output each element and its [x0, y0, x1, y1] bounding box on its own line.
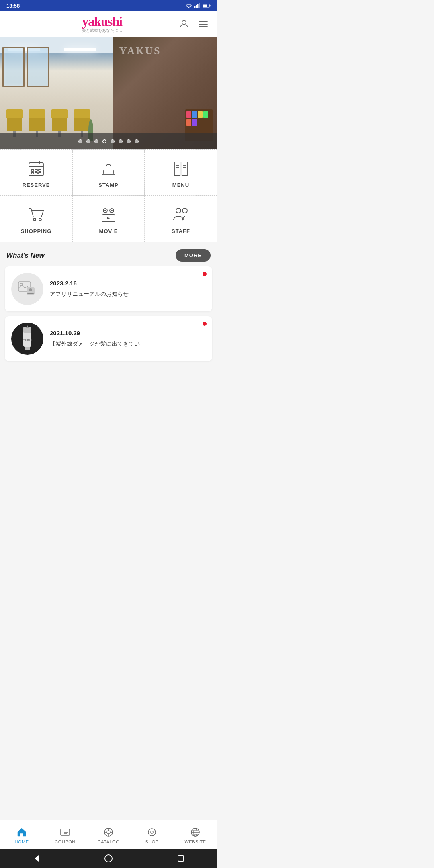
svg-point-28	[39, 218, 41, 221]
svg-point-39	[29, 288, 32, 291]
news-unread-dot-2	[203, 322, 207, 326]
image-placeholder-icon	[18, 281, 37, 297]
svg-rect-16	[35, 169, 37, 171]
wifi-icon	[186, 3, 192, 8]
news-thumb-2: milmon	[11, 323, 43, 355]
dot-1[interactable]	[78, 139, 82, 143]
cart-icon	[27, 205, 46, 224]
staff-icon	[171, 205, 190, 224]
dot-2[interactable]	[86, 139, 90, 143]
svg-rect-44	[25, 347, 30, 350]
stamp-icon	[99, 159, 118, 178]
news-content-2: 2021.10.29 【紫外線ダメ―ジが髪に出てきてい	[50, 330, 206, 348]
svg-point-35	[182, 208, 187, 213]
news-content-1: 2023.2.16 アプリリニューアルのお知らせ	[50, 280, 206, 298]
menu-icon[interactable]	[198, 18, 209, 30]
book-icon	[171, 159, 190, 178]
news-thumb-1	[11, 273, 43, 305]
calendar-icon	[27, 159, 46, 178]
grid-item-movie[interactable]: MOVIE	[72, 196, 145, 242]
svg-rect-2	[197, 4, 199, 8]
profile-icon[interactable]	[178, 18, 190, 30]
news-text-2: 【紫外線ダメ―ジが髪に出てきてい	[50, 340, 206, 348]
grid-item-reserve[interactable]: RESERVE	[0, 149, 72, 196]
svg-rect-20	[39, 172, 41, 174]
dot-6[interactable]	[119, 139, 123, 143]
svg-point-27	[33, 218, 36, 221]
news-list: 2023.2.16 アプリリニューアルのお知らせ milmon 2021.10.…	[0, 266, 217, 366]
news-text-1: アプリリニューアルのお知らせ	[50, 290, 206, 298]
grid-menu: RESERVE STAMP MENU SHOPPING	[0, 149, 217, 242]
product-icon: milmon	[17, 325, 37, 353]
svg-rect-17	[39, 169, 41, 171]
status-icons	[186, 3, 211, 8]
svg-rect-18	[31, 172, 34, 174]
time-display: 13:58	[6, 3, 20, 9]
logo-container: yakushi 美と感動をあなたに…	[82, 15, 122, 33]
battery-icon	[203, 4, 211, 8]
dot-8[interactable]	[135, 139, 139, 143]
svg-text:milmon: milmon	[23, 338, 32, 341]
news-date-2: 2021.10.29	[50, 330, 206, 336]
hero-slider[interactable]: YAKUS	[0, 37, 217, 149]
news-date-1: 2023.2.16	[50, 280, 206, 287]
news-card-1[interactable]: 2023.2.16 アプリリニューアルのお知らせ	[5, 266, 212, 311]
news-unread-dot-1	[203, 272, 207, 276]
grid-label-movie: MOVIE	[99, 228, 118, 234]
grid-item-shopping[interactable]: SHOPPING	[0, 196, 72, 242]
movie-icon	[99, 205, 118, 224]
dot-5[interactable]	[111, 139, 115, 143]
header-icons	[178, 18, 209, 30]
status-bar: 13:58	[0, 0, 217, 11]
grid-item-stamp[interactable]: STAMP	[72, 149, 145, 196]
svg-rect-5	[210, 5, 211, 6]
svg-point-34	[176, 208, 181, 213]
grid-label-shopping: SHOPPING	[21, 228, 52, 234]
whats-new-header: What's New MORE	[0, 242, 217, 266]
svg-rect-19	[35, 172, 37, 174]
signal-icon	[194, 3, 200, 8]
svg-rect-6	[203, 4, 207, 7]
svg-rect-1	[196, 5, 197, 8]
grid-label-stamp: STAMP	[98, 182, 119, 188]
svg-point-32	[104, 210, 106, 211]
svg-point-7	[182, 20, 186, 25]
more-button[interactable]: MORE	[176, 249, 211, 262]
grid-label-reserve: RESERVE	[23, 182, 50, 188]
dot-3[interactable]	[94, 139, 98, 143]
grid-label-staff: STAFF	[172, 228, 190, 234]
logo-text: yakushi	[82, 15, 122, 28]
dot-4[interactable]	[102, 139, 106, 143]
svg-point-33	[111, 210, 113, 211]
grid-item-staff[interactable]: STAFF	[145, 196, 217, 242]
bottom-spacer	[0, 366, 217, 414]
dot-7[interactable]	[127, 139, 131, 143]
news-card-2[interactable]: milmon 2021.10.29 【紫外線ダメ―ジが髪に出てきてい	[5, 316, 212, 361]
logo-subtitle: 美と感動をあなたに…	[82, 28, 122, 33]
carousel-dots-bar	[0, 133, 217, 149]
svg-rect-21	[104, 170, 113, 174]
svg-rect-40	[27, 293, 34, 294]
svg-rect-3	[199, 3, 200, 8]
svg-rect-15	[31, 169, 34, 171]
grid-item-menu[interactable]: MENU	[145, 149, 217, 196]
app-header: yakushi 美と感動をあなたに…	[0, 11, 217, 37]
whats-new-title: What's New	[6, 252, 45, 260]
svg-rect-0	[194, 6, 196, 8]
grid-label-menu: MENU	[172, 182, 189, 188]
